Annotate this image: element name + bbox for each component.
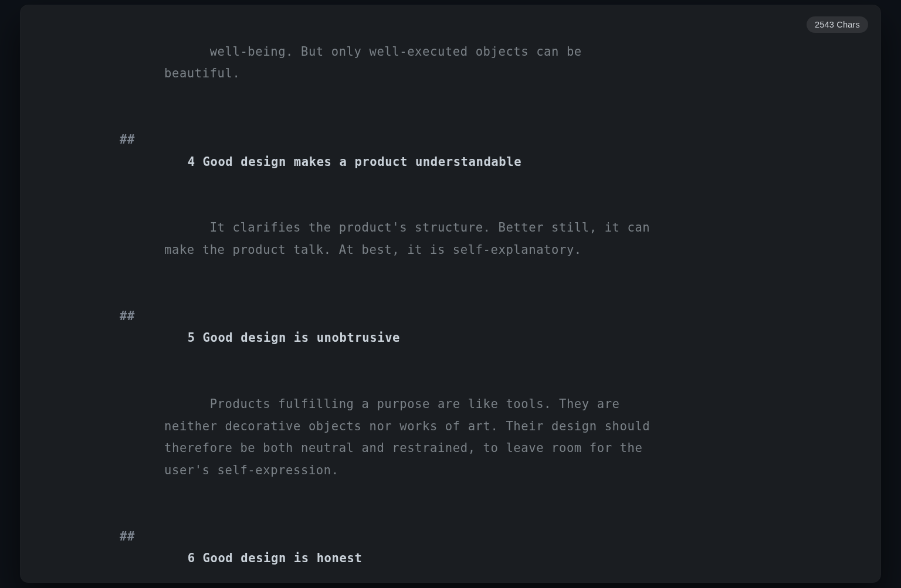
markdown-heading-marker: ##: [120, 526, 135, 548]
paragraph-text: Products fulfilling a purpose are like t…: [164, 397, 658, 477]
markdown-heading-marker: ##: [120, 129, 135, 151]
heading-text: 4 Good design makes a product understand…: [188, 155, 521, 169]
body-line: well-being. But only well-executed objec…: [142, 19, 652, 107]
body-line: Products fulfilling a purpose are like t…: [142, 372, 652, 504]
heading-line-5: ## 5 Good design is unobtrusive: [142, 283, 652, 371]
heading-text: 6 Good design is honest: [188, 551, 363, 565]
heading-line-6: ## 6 Good design is honest: [142, 504, 652, 583]
markdown-heading-marker: ##: [120, 305, 135, 328]
heading-text: 5 Good design is unobtrusive: [188, 331, 400, 345]
text-editor[interactable]: well-being. But only well-executed objec…: [20, 5, 881, 583]
editor-window: 2543 Chars well-being. But only well-exe…: [20, 5, 881, 583]
heading-line-4: ## 4 Good design makes a product underst…: [142, 107, 652, 195]
paragraph-text: well-being. But only well-executed objec…: [164, 45, 590, 81]
paragraph-text: It clarifies the product's structure. Be…: [164, 220, 658, 257]
body-line: It clarifies the product's structure. Be…: [142, 195, 652, 283]
